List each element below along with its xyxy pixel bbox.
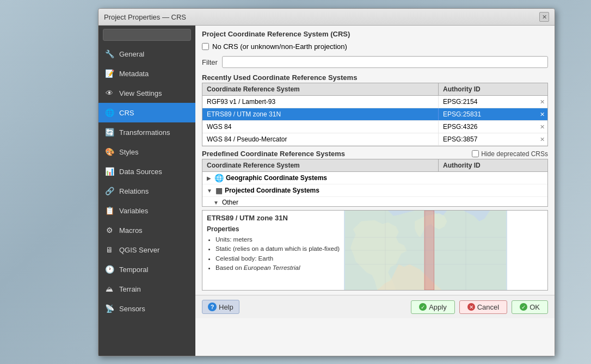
list-item[interactable]: ▶ 🌐 Geographic Coordinate Systems [202,172,547,184]
sidebar-item-view-settings[interactable]: 👁 View Settings [98,83,195,103]
sidebar-item-variables[interactable]: 📋 Variables [98,201,195,220]
relations-icon: 🔗 [104,186,115,196]
sidebar-item-label-macros: Macros [119,226,143,235]
ok-check-icon: ✓ [520,303,527,311]
tree-crs-name: ▶ 🌐 Geographic Coordinate Systems [202,172,439,184]
list-item[interactable]: ▼ ▦ Projected Coordinate Systems [202,184,547,197]
dialog-title: Project Properties — CRS [104,13,186,21]
sidebar-item-terrain[interactable]: ⛰ Terrain [98,279,195,299]
sidebar-item-data-sources[interactable]: 📊 Data Sources [98,162,195,181]
list-item[interactable]: ▼ Other [202,197,547,206]
filter-input[interactable] [222,56,548,68]
predefined-header: Predefined Coordinate Reference Systems … [195,146,555,159]
sidebar: 🔧 General 📝 Metadata 👁 View Settings 🌐 C… [98,26,195,356]
sidebar-search-input[interactable] [103,29,191,41]
filter-label: Filter [202,58,218,66]
tree-collapse-icon: ▼ [207,188,212,194]
tree-auth-col-header: Authority ID [439,159,547,171]
crs-name: RGF93 v1 / Lambert-93 [202,96,439,108]
table-row[interactable]: RGF93 v1 / Lambert-93 EPSG:2154 ✕ [202,96,547,108]
apply-button[interactable]: ✓ Apply [411,300,455,314]
predefined-title: Predefined Coordinate Reference Systems [202,150,345,158]
tree-expand-icon: ▶ [207,175,211,181]
recently-used-table: Coordinate Reference System Authority ID… [202,83,548,146]
detail-properties-list: Units: meters Static (relies on a datum … [202,234,344,275]
sidebar-item-styles[interactable]: 🎨 Styles [98,142,195,162]
sidebar-item-crs[interactable]: 🌐 CRS [98,103,195,122]
remove-crs-button[interactable]: ✕ [537,135,547,144]
sidebar-item-relations[interactable]: 🔗 Relations [98,181,195,201]
detail-props-label: Properties [202,224,344,234]
sidebar-item-label-general: General [119,50,144,58]
ok-label: OK [530,303,540,311]
close-button[interactable]: ✕ [539,12,549,22]
remove-crs-button[interactable]: ✕ [537,110,547,119]
general-icon: 🔧 [104,48,115,59]
qgis-server-icon: 🖥 [104,244,115,255]
dialog-titlebar: Project Properties — CRS ✕ [98,9,555,26]
detail-crs-name: ETRS89 / UTM zone 31N [202,211,344,224]
list-item: Based on European Terrestrial [216,263,340,273]
hide-deprecated-checkbox[interactable] [472,150,479,157]
section-title: Project Coordinate Reference System (CRS… [195,26,555,40]
ok-button[interactable]: ✓ OK [512,300,548,314]
apply-label: Apply [429,303,447,311]
view-settings-icon: 👁 [104,88,115,98]
detail-scroll[interactable]: ETRS89 / UTM zone 31N Properties Units: … [202,211,344,290]
auth-col-header: Authority ID [439,83,547,95]
detail-left-scroll-wrap: ETRS89 / UTM zone 31N Properties Units: … [202,211,344,290]
apply-check-icon: ✓ [419,303,427,311]
tree-node-label: Projected Coordinate Systems [225,187,319,194]
crs-name: ETRS89 / UTM zone 31N [202,108,439,120]
tree-crs-col-header: Coordinate Reference System [202,159,439,171]
data-sources-icon: 📊 [104,166,115,177]
help-button[interactable]: ? Help [202,300,239,314]
help-label: Help [219,303,233,311]
table-row[interactable]: ETRS89 / UTM zone 31N EPSG:25831 ✕ [202,108,547,121]
crs-auth: EPSG:25831 [439,108,537,120]
tree-crs-name: ▼ Other [202,197,439,206]
no-crs-checkbox[interactable] [202,43,209,50]
cancel-label: Cancel [477,303,499,311]
predefined-tree-header: Coordinate Reference System Authority ID [202,159,547,172]
list-item: Celestial body: Earth [216,254,340,263]
table-row[interactable]: WGS 84 EPSG:4326 ✕ [202,121,547,133]
dialog-footer: ? Help ✓ Apply ✕ Cancel ✓ OK [195,295,555,318]
geographic-icon: 🌐 [214,174,224,182]
sidebar-item-general[interactable]: 🔧 General [98,44,195,64]
sidebar-item-label-qgis-server: QGIS Server [119,246,159,254]
crs-icon: 🌐 [104,107,115,118]
sidebar-item-qgis-server[interactable]: 🖥 QGIS Server [98,240,195,260]
sidebar-item-label-relations: Relations [119,187,149,195]
sidebar-search-container [98,26,195,44]
projected-icon: ▦ [216,186,223,195]
predefined-tree-scroll[interactable]: Coordinate Reference System Authority ID… [202,159,547,206]
filter-row: Filter [195,54,555,71]
tree-node-label: Geographic Coordinate Systems [226,174,327,182]
remove-crs-button[interactable]: ✕ [537,122,547,132]
crs-auth: EPSG:2154 [439,96,537,108]
table-row[interactable]: WGS 84 / Pseudo-Mercator EPSG:3857 ✕ [202,133,547,146]
sidebar-item-label-metadata: Metadata [119,70,149,78]
metadata-icon: 📝 [104,68,115,79]
sidebar-item-label-variables: Variables [119,207,148,215]
sidebar-item-macros[interactable]: ⚙ Macros [98,220,195,240]
sidebar-item-temporal[interactable]: 🕐 Temporal [98,260,195,279]
help-icon: ? [208,303,217,311]
remove-crs-button[interactable]: ✕ [537,97,547,107]
sidebar-item-label-transformations: Transformations [119,128,170,137]
sidebar-item-transformations[interactable]: 🔄 Transformations [98,122,195,142]
sidebar-item-sensors[interactable]: 📡 Sensors [98,299,195,318]
sidebar-item-label-temporal: Temporal [119,266,148,274]
macros-icon: ⚙ [104,225,115,236]
sidebar-item-label-sensors: Sensors [119,305,145,313]
cancel-x-icon: ✕ [467,303,475,311]
no-crs-row: No CRS (or unknown/non-Earth projection) [195,40,555,54]
sensors-icon: 📡 [104,303,115,314]
styles-icon: 🎨 [104,146,115,157]
cancel-button[interactable]: ✕ Cancel [459,300,507,314]
list-item: Units: meters [216,235,340,244]
sidebar-item-metadata[interactable]: 📝 Metadata [98,64,195,83]
sidebar-item-label-styles: Styles [119,148,138,156]
crs-name: WGS 84 / Pseudo-Mercator [202,133,439,145]
